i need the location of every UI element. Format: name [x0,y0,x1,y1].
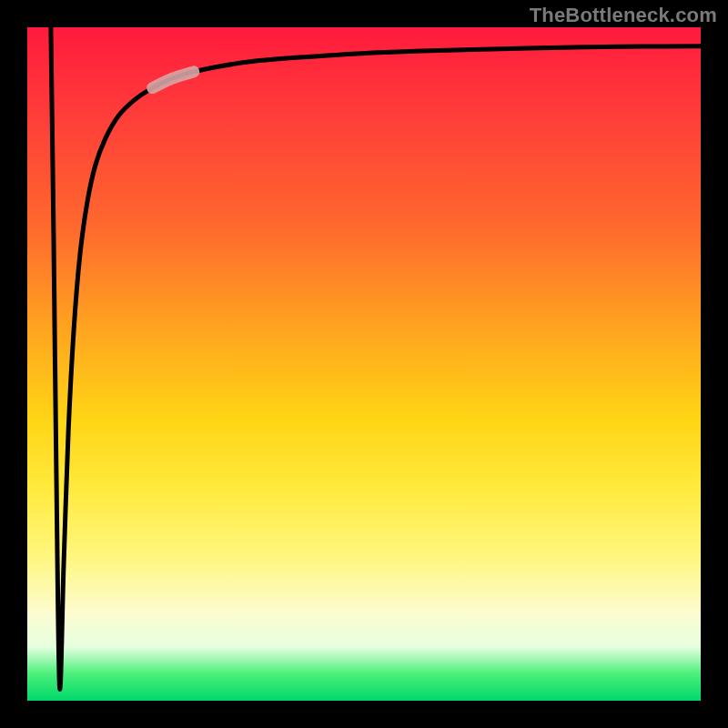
plot-area [27,27,701,701]
curve-highlight [153,72,194,88]
watermark-text: TheBottleneck.com [530,4,717,27]
curve-svg [27,27,701,701]
chart-frame: TheBottleneck.com [0,0,728,728]
bottleneck-curve [51,27,701,689]
